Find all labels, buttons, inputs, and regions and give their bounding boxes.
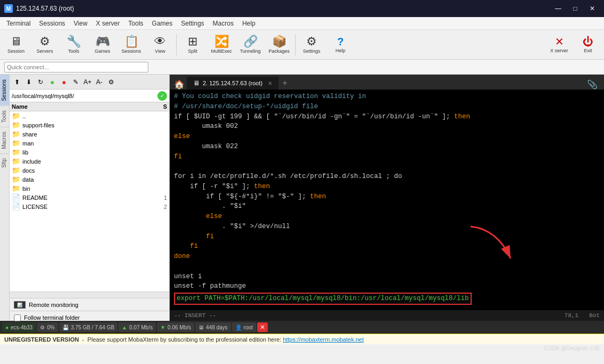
unreg-link[interactable]: https://mobaxterm.mobatek.net <box>283 336 364 343</box>
toolbar-tunneling[interactable]: 🔗 Tunneling <box>236 31 264 58</box>
toolbar-xserver[interactable]: ✕ X server <box>545 31 573 58</box>
attach-icon[interactable]: 📎 <box>583 79 602 90</box>
toolbar-games[interactable]: 🎮 Games <box>89 31 116 58</box>
tree-item-docs[interactable]: 📁 docs <box>10 166 169 175</box>
tree-item-bin[interactable]: 📁 bin <box>10 184 169 193</box>
folder-icon: 📁 <box>12 148 20 156</box>
titlebar: M 125.124.57.63 (root) — □ ✕ <box>0 0 604 17</box>
item-name: lib <box>22 149 151 156</box>
left-tool-upload[interactable]: ⬆ <box>12 77 22 87</box>
left-tool-download[interactable]: ⬇ <box>23 77 34 87</box>
left-tool-fontdown[interactable]: A- <box>94 77 105 87</box>
folder-icon: 📁 <box>12 166 20 174</box>
menu-help[interactable]: Help <box>238 19 260 28</box>
toolbar-tunneling-label: Tunneling <box>240 48 260 54</box>
remote-monitoring-bar: 📊 Remote monitoring <box>10 298 169 311</box>
sidebar-tab-sessions[interactable]: Sessions <box>0 75 9 106</box>
menubar: Terminal Sessions View X server Tools Ga… <box>0 17 604 30</box>
menu-view[interactable]: View <box>69 19 92 28</box>
terminal-line: unset -f pathmunge <box>174 281 600 292</box>
menu-terminal[interactable]: Terminal <box>2 19 35 28</box>
toolbar-settings[interactable]: ⚙ Settings <box>298 31 325 58</box>
toolbar-packages[interactable]: 📦 Packages <box>265 31 293 58</box>
tree-item-data[interactable]: 📁 data <box>10 175 169 184</box>
maximize-button[interactable]: □ <box>568 3 583 14</box>
error-button[interactable]: ✕ <box>257 322 268 332</box>
terminal-cursor-pos: 78,1 Bot <box>565 312 600 319</box>
horizontal-scrollbar[interactable] <box>10 292 169 298</box>
toolbar-tools[interactable]: 🔧 Tools <box>60 31 88 58</box>
unreg-text: - Please support MobaXterm by subscribin… <box>79 336 283 343</box>
server-name: ecs-4b33 <box>11 325 33 330</box>
tree-item-share[interactable]: 📁 share <box>10 130 169 139</box>
window-title: 125.124.57.63 (root) <box>16 5 551 12</box>
toolbar-multiexec-label: MultiExec <box>211 48 232 54</box>
minimize-button[interactable]: — <box>551 3 566 14</box>
sidebar-tab-macros[interactable]: Macros <box>0 127 9 153</box>
sidebar-tab-tools[interactable]: Tools <box>0 106 9 127</box>
tab-home-icon[interactable]: 🏠 <box>172 79 187 90</box>
unregistered-bar: UNREGISTERED VERSION - Please support Mo… <box>0 334 604 344</box>
left-tool-edit[interactable]: ✎ <box>70 77 81 87</box>
tree-item-readme[interactable]: 📄 README 1 <box>10 193 169 202</box>
left-tool-newterminal[interactable]: ● <box>47 77 58 87</box>
menu-xserver[interactable]: X server <box>92 19 124 28</box>
right-panel: 🏠 🖥 2. 125.124.57.63 (root) ✕ + 📎 # You … <box>170 75 604 321</box>
menu-sessions[interactable]: Sessions <box>35 19 69 28</box>
remote-monitoring-label: Remote monitoring <box>29 302 78 308</box>
tab-close-button[interactable]: ✕ <box>268 80 272 86</box>
cursor-position: 78,1 <box>565 312 578 319</box>
path-input[interactable] <box>12 93 157 99</box>
tree-item-man[interactable]: 📁 man <box>10 139 169 148</box>
toolbar-multiexec[interactable]: 🔀 MultiExec <box>208 31 235 58</box>
close-button[interactable]: ✕ <box>585 3 600 14</box>
toolbar-servers[interactable]: ⚙ Servers <box>31 31 59 58</box>
tab-label: 2. 125.124.57.63 (root) <box>203 80 263 86</box>
quickconnect-bar <box>0 60 604 75</box>
toolbar-split[interactable]: ⊞ Split <box>179 31 206 58</box>
bottom-status-bar: ● ecs-4b33 ⚙ 0% 💾 3.75 GB / 7.64 GB ▲ 0.… <box>0 321 604 334</box>
toolbar-session[interactable]: 🖥 Session <box>2 31 30 58</box>
terminal-line: fi <box>174 232 600 242</box>
terminal-content[interactable]: # You could check uidgid reservation val… <box>170 90 604 310</box>
split-icon: ⊞ <box>188 36 197 47</box>
terminal-line: done <box>174 252 600 262</box>
tab-add-button[interactable]: + <box>279 77 291 90</box>
file-icon: 📄 <box>12 203 20 211</box>
menu-games[interactable]: Games <box>148 19 177 28</box>
file-icon: 📄 <box>12 193 20 201</box>
path-confirm-button[interactable]: ✓ <box>157 91 167 101</box>
tab-session-1[interactable]: 🖥 2. 125.124.57.63 (root) ✕ <box>187 77 279 90</box>
tree-item-license[interactable]: 📄 LICENSE 2 <box>10 202 169 211</box>
menu-settings[interactable]: Settings <box>177 19 208 28</box>
left-tool-settings2[interactable]: ⚙ <box>106 77 116 87</box>
download-pill: ▼ 0.06 Mb/s <box>157 322 194 332</box>
terminal-insert-mode: -- INSERT -- <box>174 312 565 319</box>
menu-tools[interactable]: Tools <box>124 19 148 28</box>
tree-item-lib[interactable]: 📁 lib <box>10 148 169 157</box>
tunneling-icon: 🔗 <box>243 36 258 47</box>
follow-terminal-checkbox[interactable] <box>14 314 21 321</box>
toolbar-view[interactable]: 👁 View <box>146 31 174 58</box>
sidebar-tab-sftp[interactable]: Sftp <box>0 153 9 172</box>
monitor-icon: 📊 <box>14 301 26 309</box>
tree-item-include[interactable]: 📁 include <box>10 157 169 166</box>
tree-item-support-files[interactable]: 📁 support-files <box>10 120 169 130</box>
quickconnect-input[interactable] <box>4 62 148 72</box>
tools-icon: 🔧 <box>67 36 81 47</box>
toolbar-sessions[interactable]: 📋 Sessions <box>117 31 145 58</box>
terminal-line: # /usr/share/doc/setup-*/uidgid file <box>174 102 600 112</box>
toolbar-games-label: Games <box>94 48 110 54</box>
left-tool-fontup[interactable]: A+ <box>82 77 93 87</box>
menu-macros[interactable]: Macros <box>209 19 238 28</box>
toolbar-help[interactable]: ? Help <box>327 31 354 58</box>
left-tool-stop[interactable]: ● <box>59 77 69 87</box>
toolbar-exit[interactable]: ⏻ Exit <box>574 31 602 58</box>
memory-value: 3.75 GB / 7.64 GB <box>71 325 115 330</box>
left-tool-refresh[interactable]: ↻ <box>35 77 46 87</box>
settings-icon: ⚙ <box>306 36 317 47</box>
toolbar-help-label: Help <box>336 48 346 53</box>
servers-icon: ⚙ <box>39 36 50 47</box>
tree-item-dotdot[interactable]: 📁 .. <box>10 111 169 120</box>
sidebar-tabs: Sessions Tools Macros Sftp <box>0 75 10 321</box>
